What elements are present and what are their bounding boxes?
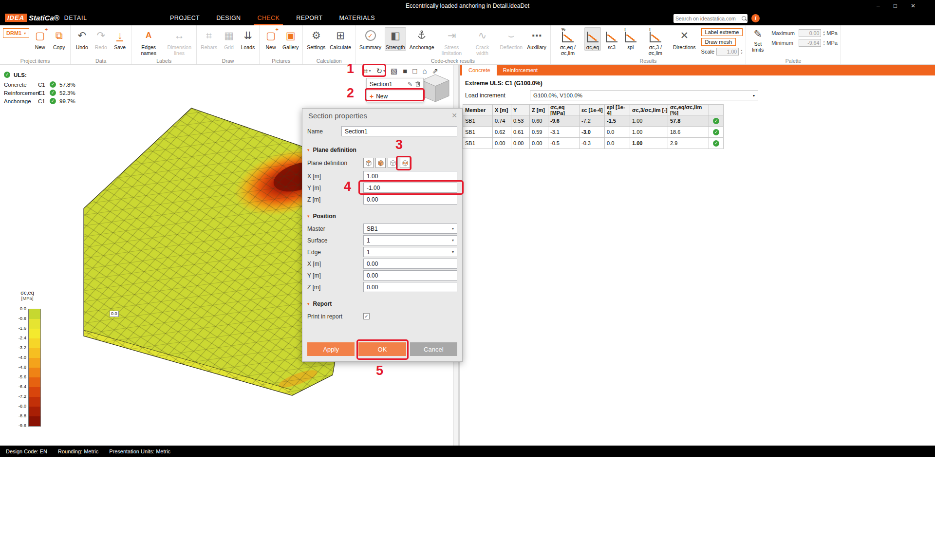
grid-button[interactable]: ▦ Grid — [221, 27, 237, 51]
plane-orientation-3-button[interactable] — [388, 158, 398, 168]
tab-reinforcement[interactable]: Reinforcement — [497, 65, 544, 75]
epsilon-pl-button[interactable]: ! εpl — [622, 27, 639, 51]
menu-report[interactable]: REPORT — [288, 12, 331, 25]
scale-input[interactable]: 1.00 — [716, 48, 739, 56]
column-header[interactable]: εpl [1e-4] — [605, 104, 630, 115]
column-header[interactable]: σc,3/σc,lim [-] — [630, 104, 668, 115]
sigma-c3-over-sclim-button[interactable]: ! σc,3 / σc,lim — [641, 27, 670, 56]
dialog-close-icon[interactable]: ✕ — [451, 112, 457, 119]
edge-select[interactable]: 1▾ — [363, 247, 457, 257]
menu-project[interactable]: PROJECT — [162, 12, 208, 25]
collapse-chevron-icon[interactable]: ▾ — [307, 148, 310, 152]
new-picture-button[interactable]: ▢+ New — [262, 27, 279, 51]
auxiliary-button[interactable]: ⋯ Auxiliary — [526, 27, 547, 51]
collapse-chevron-icon[interactable]: ▾ — [307, 214, 310, 219]
search-input[interactable] — [675, 16, 741, 21]
plane-orientation-1-button[interactable] — [363, 158, 374, 168]
maximum-stepper[interactable]: ▴▾ — [823, 30, 824, 36]
section-tool-button[interactable]: ⌗ ▾ — [362, 67, 372, 75]
delete-trash-icon[interactable] — [415, 81, 420, 88]
column-header[interactable]: Y — [511, 104, 530, 115]
apply-button[interactable]: Apply — [307, 342, 355, 356]
section-list-item[interactable]: Section1 ✎ — [367, 78, 423, 90]
loads-button[interactable]: ⇊ Loads — [240, 27, 256, 51]
master-select[interactable]: SB1▾ — [363, 224, 457, 234]
scale-stepper[interactable]: ▴▾ — [741, 49, 742, 55]
column-header[interactable]: σc,eq [MPa] — [548, 104, 580, 115]
redo-button[interactable]: ↷ Redo — [93, 27, 109, 51]
print-in-report-checkbox[interactable]: ✓ — [363, 313, 370, 319]
wire-cube-view-button[interactable]: □ — [411, 67, 418, 75]
table-row[interactable]: SB10.000.000.00-0.5-0.30.01.002.9✓ — [463, 138, 935, 149]
info-icon[interactable]: i — [751, 14, 760, 22]
load-increment-select[interactable]: G100.0%, V100.0% ▾ — [530, 91, 758, 100]
position-z-input[interactable]: 0.00 — [363, 282, 457, 292]
plane-orientation-2-button[interactable] — [375, 158, 386, 168]
position-x-input[interactable]: 0.00 — [363, 259, 457, 269]
set-limits-button[interactable]: ✎ Set limits — [749, 28, 767, 53]
menu-check[interactable]: CHECK — [249, 12, 288, 25]
surface-select[interactable]: 1▾ — [363, 235, 457, 245]
sigma-ceq-over-sclim-button[interactable]: % σc,eq / σc,lim — [554, 27, 582, 56]
minimize-button[interactable]: – — [877, 2, 880, 9]
maximum-input[interactable]: 0.00 — [799, 29, 821, 37]
uls-row-reinforcement[interactable]: Reinforcement C1 ✓ 52.3% — [4, 89, 75, 97]
copy-button[interactable]: ⧉ Copy — [51, 27, 67, 51]
close-button[interactable]: ✕ — [911, 2, 916, 9]
column-header[interactable]: σc,eq/σc,lim [%] — [668, 104, 709, 115]
collapse-chevron-icon[interactable]: ▾ — [307, 301, 310, 306]
edges-names-button[interactable]: A Edges names — [134, 27, 163, 56]
search-icon[interactable] — [741, 16, 747, 21]
uls-row-concrete[interactable]: Concrete C1 ✓ 57.8% — [4, 80, 75, 89]
table-row[interactable]: SB10.740.530.60-9.6-7.2-1.51.0057.8✓ — [463, 115, 935, 127]
solid-cube-view-button[interactable]: ■ — [401, 67, 409, 75]
plane-orientation-general-button[interactable] — [400, 158, 410, 168]
minimum-input[interactable]: -9.64 — [799, 39, 821, 47]
tab-concrete[interactable]: Concrete — [462, 65, 497, 75]
settings-button[interactable]: ⚙ Settings — [306, 27, 326, 51]
project-item-selector[interactable]: DRM1 ▾ — [3, 28, 29, 38]
uls-row-anchorage[interactable]: Anchorage C1 ✓ 99.7% — [4, 97, 75, 105]
maximize-button[interactable]: □ — [894, 2, 897, 9]
crack-width-button[interactable]: ∿ Crack width — [468, 27, 496, 56]
deflection-button[interactable]: ⌣ Deflection — [499, 27, 524, 51]
stress-limitation-button[interactable]: ⇥ Stress limitation — [437, 27, 466, 56]
column-header[interactable]: Member — [463, 104, 493, 115]
column-header[interactable]: X [m] — [493, 104, 511, 115]
menu-design[interactable]: DESIGN — [208, 12, 249, 25]
summary-button[interactable]: ✓ Summary — [358, 27, 382, 51]
gallery-button[interactable]: ▣ Gallery — [281, 27, 299, 51]
dimension-lines-button[interactable]: ↔ Dimension lines — [165, 27, 193, 56]
save-button[interactable]: ↓ Save — [112, 27, 128, 51]
new-section-button[interactable]: + New — [367, 90, 423, 102]
section-name-input[interactable]: Section1 — [341, 126, 457, 136]
rotate-view-button[interactable]: ↻ ▾ — [374, 67, 387, 75]
undo-button[interactable]: ↶ Undo — [74, 27, 90, 51]
table-row[interactable]: SB10.620.610.59-3.1-3.00.01.0018.6✓ — [463, 127, 935, 138]
epsilon-c3-button[interactable]: εc3 — [603, 27, 620, 51]
home-view-button[interactable]: ⌂ — [421, 67, 428, 75]
rebars-button[interactable]: ⌗ Rebars — [200, 27, 218, 51]
menu-materials[interactable]: MATERIALS — [331, 12, 384, 25]
sigma-ceq-button[interactable]: σc,eq — [584, 27, 601, 51]
draw-mesh-toggle[interactable]: Draw mesh — [701, 38, 736, 46]
position-y-input[interactable]: 0.00 — [363, 270, 457, 280]
navigation-cube[interactable] — [420, 74, 451, 106]
ok-button[interactable]: OK — [358, 342, 406, 356]
column-header[interactable]: εc [1e-4] — [580, 104, 605, 115]
plane-x-input[interactable]: 1.00 — [363, 171, 457, 181]
anchorage-button[interactable]: Anchorage — [409, 27, 435, 51]
directions-button[interactable]: ✕ Directions — [672, 27, 697, 51]
column-header[interactable]: Z [m] — [530, 104, 548, 115]
plane-y-input[interactable]: -1.00 — [363, 183, 457, 193]
minimum-stepper[interactable]: ▴▾ — [823, 40, 824, 46]
strength-button[interactable]: ◧ Strength — [385, 27, 406, 51]
cancel-button[interactable]: Cancel — [410, 342, 457, 356]
shaded-cube-view-button[interactable]: ▧ — [389, 67, 399, 75]
plane-z-input[interactable]: 0.00 — [363, 194, 457, 205]
calculate-button[interactable]: ⊞ Calculate — [329, 27, 352, 51]
new-project-item-button[interactable]: ▢+ New — [32, 27, 48, 51]
zoom-fit-button[interactable]: ⇗ — [430, 67, 440, 75]
label-extreme-toggle[interactable]: Label extreme — [701, 28, 743, 36]
edit-pencil-icon[interactable]: ✎ — [408, 81, 412, 88]
